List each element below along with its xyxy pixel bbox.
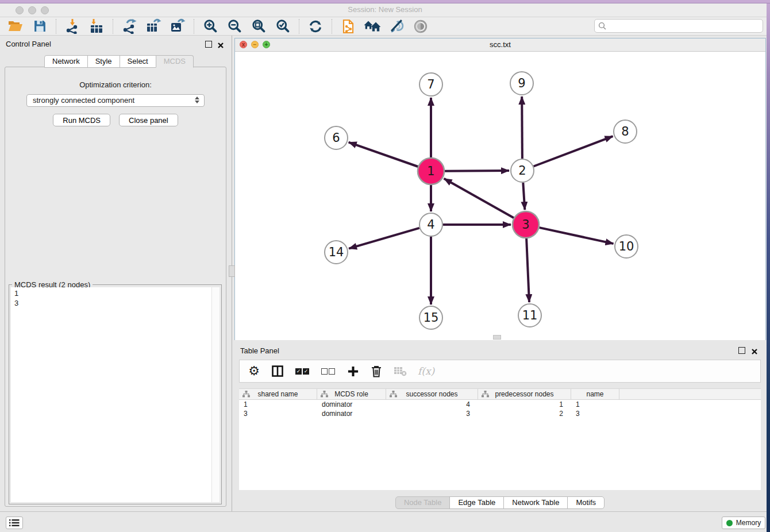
graph-node-8[interactable]: 8 [614, 120, 637, 143]
mcds-result-textarea[interactable]: 13 [11, 287, 220, 502]
graph-edge-3-10[interactable] [540, 228, 614, 244]
table-cell-shared-name[interactable]: 3 [239, 410, 317, 418]
table-cell-name[interactable]: 3 [571, 410, 619, 418]
svg-text:9: 9 [518, 76, 525, 90]
export-image-icon[interactable] [168, 18, 187, 35]
graph-edge-3-11[interactable] [526, 238, 529, 302]
graph-edge-2-8[interactable] [534, 136, 613, 166]
zoom-fit-icon[interactable] [249, 18, 268, 35]
table-cell-MCDS-role[interactable]: dominator [317, 410, 386, 418]
tab-network-table[interactable]: Network Table [503, 496, 568, 509]
import-table-icon[interactable] [87, 18, 106, 35]
table-cell-predecessor-nodes[interactable]: 2 [478, 410, 571, 418]
refresh-network-icon[interactable] [306, 18, 325, 35]
control-panel: Control Panel NetworkStyleSelectMCDS Opt… [0, 36, 232, 511]
search-field[interactable] [594, 19, 763, 33]
split-panel-columns-icon[interactable] [271, 363, 284, 380]
unselect-all-columns-icon[interactable] [321, 363, 336, 380]
vertical-splitter-handle[interactable] [229, 265, 235, 277]
graph-edge-4-14[interactable] [349, 228, 419, 249]
search-input[interactable] [609, 20, 760, 32]
graph-edge-3-1[interactable] [444, 179, 514, 218]
column-header-successor-nodes[interactable]: successor nodes [386, 389, 478, 399]
result-scrollbar[interactable] [211, 287, 220, 502]
zoom-selected-icon[interactable] [273, 18, 292, 35]
tab-network[interactable]: Network [44, 55, 88, 68]
export-table-icon[interactable] [144, 18, 163, 35]
mcds-tab-panel: Optimization criterion: strongly connect… [5, 67, 226, 507]
graph-node-1[interactable]: 1 [418, 158, 444, 184]
network-window-titlebar[interactable]: x − + scc.txt [235, 38, 765, 52]
close-table-panel-icon[interactable] [751, 347, 758, 354]
network-graph[interactable]: 7968124314101511 [235, 52, 765, 340]
close-panel-icon[interactable] [217, 41, 224, 48]
table-options-gear-icon[interactable]: ⚙ [248, 363, 260, 380]
tab-motifs[interactable]: Motifs [567, 496, 605, 509]
tab-edge-table[interactable]: Edge Table [449, 496, 504, 509]
delete-table-icon [394, 363, 407, 380]
graph-node-7[interactable]: 7 [419, 73, 442, 96]
horizontal-splitter-handle[interactable] [493, 335, 501, 340]
graph-node-6[interactable]: 6 [325, 126, 348, 149]
graph-node-14[interactable]: 14 [325, 241, 348, 264]
create-new-column-icon[interactable] [346, 363, 359, 380]
graph-node-11[interactable]: 11 [518, 304, 541, 327]
table-cell-successor-nodes[interactable]: 4 [386, 400, 478, 408]
memory-button[interactable]: Memory [722, 516, 765, 529]
graph-edge-1-6[interactable] [349, 142, 418, 167]
table-cell-MCDS-role[interactable]: dominator [317, 400, 386, 408]
hide-graphics-details-icon[interactable] [387, 18, 406, 35]
column-type-icon [242, 391, 250, 398]
export-network-icon[interactable] [120, 18, 139, 35]
graph-node-15[interactable]: 15 [419, 306, 442, 329]
show-panels-menu-button[interactable] [6, 516, 23, 529]
column-header-shared-name[interactable]: shared name [239, 389, 317, 399]
column-header-MCDS-role[interactable]: MCDS role [317, 389, 386, 399]
float-table-panel-icon[interactable] [738, 347, 745, 354]
graph-node-3[interactable]: 3 [513, 211, 539, 238]
svg-text:15: 15 [424, 311, 439, 325]
select-all-columns-icon[interactable]: ✓✓ [295, 363, 310, 380]
mcds-result-line: 1 [14, 288, 216, 298]
graph-edge-2-9[interactable] [522, 97, 522, 159]
criterion-dropdown[interactable]: strongly connected component [26, 94, 205, 107]
open-file-icon[interactable] [6, 18, 25, 35]
table-cell-successor-nodes[interactable]: 3 [386, 410, 478, 418]
float-panel-icon[interactable] [205, 41, 212, 48]
table-cell-name[interactable]: 1 [571, 400, 619, 408]
zoom-in-icon[interactable] [201, 18, 220, 35]
column-type-icon [321, 391, 328, 398]
table-panel-title: Table Panel [240, 346, 279, 355]
graph-node-4[interactable]: 4 [419, 213, 442, 236]
network-window-title: scc.txt [235, 40, 765, 49]
table-row[interactable]: 1dominator411 [239, 400, 761, 409]
app-titlebar: Session: New Session [0, 3, 770, 17]
close-panel-button[interactable]: Close panel [119, 114, 178, 126]
run-mcds-button[interactable]: Run MCDS [53, 114, 110, 126]
column-type-icon [482, 391, 489, 398]
graph-edge-1-2[interactable] [445, 171, 509, 171]
graph-node-10[interactable]: 10 [615, 235, 638, 258]
tab-node-table[interactable]: Node Table [395, 496, 451, 509]
graph-node-2[interactable]: 2 [511, 159, 534, 182]
graph-edge-2-3[interactable] [523, 183, 525, 210]
zoom-out-icon[interactable] [225, 18, 244, 35]
tab-style[interactable]: Style [87, 55, 120, 68]
column-header-predecessor-nodes[interactable]: predecessor nodes [478, 389, 571, 399]
table-row[interactable]: 3dominator323 [239, 409, 761, 418]
network-canvas[interactable]: 7968124314101511 [235, 52, 765, 340]
tab-mcds[interactable]: MCDS [156, 55, 194, 68]
birds-eye-view-icon[interactable] [411, 18, 430, 35]
tab-select[interactable]: Select [120, 55, 156, 68]
import-network-icon[interactable] [63, 18, 82, 35]
delete-columns-icon[interactable] [370, 363, 383, 380]
window-title: Session: New Session [0, 5, 770, 14]
new-network-from-file-icon[interactable] [338, 18, 358, 35]
show-network-overview-icon[interactable] [363, 18, 382, 35]
svg-text:14: 14 [329, 245, 344, 259]
graph-node-9[interactable]: 9 [510, 72, 533, 95]
table-cell-shared-name[interactable]: 1 [239, 400, 317, 408]
save-session-icon[interactable] [30, 18, 49, 35]
column-header-name[interactable]: name [571, 389, 619, 399]
table-cell-predecessor-nodes[interactable]: 1 [478, 400, 571, 408]
